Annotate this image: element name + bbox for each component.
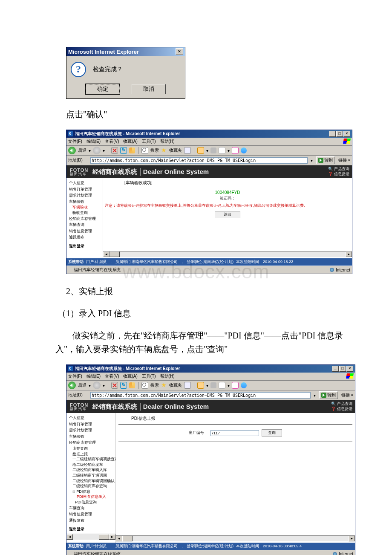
favorites-icon[interactable]: ★ xyxy=(161,147,167,153)
back-label[interactable]: 后退 xyxy=(78,382,86,388)
menu-view[interactable]: 查看(V) xyxy=(105,373,119,379)
scroll-left-icon[interactable]: ◄ xyxy=(116,536,122,541)
sidebar-item[interactable]: 二级经销商车辆调回 xyxy=(66,473,115,478)
sidebar-item[interactable]: 车辆查询 xyxy=(66,505,115,512)
sidebar-item[interactable]: 通报发布 xyxy=(66,517,115,524)
scroll-thumb[interactable] xyxy=(122,536,133,541)
menu-edit[interactable]: 编辑(E) xyxy=(86,139,101,145)
sidebar-item[interactable]: 二级经销商车辆入库 xyxy=(66,467,115,473)
link-product-query[interactable]: 产品查询 xyxy=(328,167,349,172)
address-dropdown-icon[interactable]: ▾ xyxy=(312,393,317,398)
home-icon[interactable] xyxy=(129,382,135,388)
sidebar-item[interactable]: 二级经销商库存查询 xyxy=(66,483,115,489)
home-icon[interactable] xyxy=(129,147,135,153)
sidebar-item[interactable]: 车辆查询 xyxy=(66,222,103,228)
close-icon[interactable]: × xyxy=(176,48,183,55)
scroll-left-icon[interactable]: ◄ xyxy=(66,534,73,540)
maximize-icon[interactable]: □ xyxy=(336,131,343,137)
minimize-icon[interactable]: _ xyxy=(329,131,336,137)
h-scrollbar[interactable]: ◄ ► xyxy=(103,251,352,257)
scroll-thumb[interactable] xyxy=(110,251,120,257)
mail-icon[interactable] xyxy=(197,382,204,389)
sidebar-item[interactable]: 销售订单管理 xyxy=(66,186,103,193)
search-icon[interactable] xyxy=(141,147,148,154)
link-feedback[interactable]: 信息反馈 xyxy=(328,172,349,177)
sidebar-item[interactable]: 盘点上报 xyxy=(66,451,115,457)
print-icon[interactable] xyxy=(210,147,216,153)
sidebar-item-pdi-entry[interactable]: PDI检查信息录入 xyxy=(66,494,115,500)
menu-help[interactable]: 帮助(H) xyxy=(160,373,175,379)
favorites-label[interactable]: 收藏夹 xyxy=(169,382,182,388)
sidebar-item[interactable]: 经销商库存管理 xyxy=(66,216,103,222)
address-input[interactable] xyxy=(90,392,311,399)
minimize-icon[interactable]: _ xyxy=(332,366,339,372)
research-icon[interactable] xyxy=(232,382,239,389)
sidebar-item[interactable]: 二级经销商车辆调回确认 xyxy=(66,478,115,484)
links-label[interactable]: 链接 » xyxy=(338,157,350,163)
address-dropdown-icon[interactable]: ▾ xyxy=(309,158,314,163)
sidebar-item[interactable]: 销售订单管理 xyxy=(66,421,115,428)
sidebar-item-active[interactable]: 车辆验收 xyxy=(66,205,103,210)
chassis-input[interactable] xyxy=(210,430,259,436)
search-label[interactable]: 搜索 xyxy=(150,382,159,388)
query-button[interactable]: 查询 xyxy=(262,429,282,436)
forward-icon[interactable] xyxy=(93,382,101,389)
sidebar-item-logout[interactable]: 退出登录 xyxy=(66,243,103,249)
print-icon[interactable] xyxy=(210,382,216,388)
maximize-icon[interactable]: □ xyxy=(339,366,346,372)
sidebar-item[interactable]: 个人信息 xyxy=(66,180,103,186)
sidebar-item-pdi-query[interactable]: PDI信息查询 xyxy=(66,500,115,505)
menu-edit[interactable]: 编辑(E) xyxy=(86,373,101,379)
cancel-button[interactable]: 取消 xyxy=(132,84,166,94)
scroll-left-icon[interactable]: ◄ xyxy=(103,251,110,257)
close-icon[interactable]: × xyxy=(343,131,350,137)
close-icon[interactable]: × xyxy=(346,366,353,372)
sidebar-item[interactable]: 需求计划管理 xyxy=(66,427,115,434)
sidebar-item[interactable]: 库存查询 xyxy=(66,446,115,451)
edit-icon[interactable] xyxy=(219,147,225,154)
sidebar-item-logout[interactable]: 退出登录 xyxy=(66,526,115,532)
ok-button[interactable]: 确定 xyxy=(86,84,120,94)
sidebar-item[interactable]: 个人信息 xyxy=(66,415,115,421)
menu-tools[interactable]: 工具(T) xyxy=(142,373,156,379)
scroll-thumb[interactable] xyxy=(99,534,109,540)
sidebar-item[interactable]: 销售信息管理 xyxy=(66,511,115,517)
history-icon[interactable] xyxy=(184,147,191,154)
sidebar-item[interactable]: 车辆验收 xyxy=(66,199,103,205)
back-label[interactable]: 后退 xyxy=(78,147,86,153)
forward-icon[interactable] xyxy=(93,147,101,154)
h-scrollbar[interactable]: ◄ ► xyxy=(116,535,355,541)
menu-tools[interactable]: 工具(T) xyxy=(142,139,156,145)
sidebar-item[interactable]: 经销商库存管理 xyxy=(66,439,115,446)
menu-fav[interactable]: 收藏(A) xyxy=(123,373,137,379)
messenger-icon[interactable] xyxy=(241,382,247,388)
menu-view[interactable]: 查看(V) xyxy=(105,139,119,145)
sidebar-item[interactable]: 一二级经销商车辆调拨查询 xyxy=(66,457,115,462)
link-feedback[interactable]: 信息反馈 xyxy=(331,407,352,412)
mail-icon[interactable] xyxy=(197,147,204,154)
refresh-icon[interactable]: ↻ xyxy=(120,382,127,389)
favorites-label[interactable]: 收藏夹 xyxy=(169,147,182,153)
sidebar-item[interactable]: 给二级经销商发车 xyxy=(66,462,115,468)
messenger-icon[interactable] xyxy=(241,147,247,153)
go-button[interactable]: 转到 xyxy=(316,156,335,164)
sidebar-item[interactable]: 车辆验收 xyxy=(66,434,115,440)
stop-icon[interactable] xyxy=(111,382,118,389)
sidebar-h-scrollbar[interactable]: ◄ ► xyxy=(66,534,115,540)
scroll-right-icon[interactable]: ► xyxy=(346,251,352,257)
sidebar-item[interactable]: 验收查询 xyxy=(66,210,103,216)
research-icon[interactable] xyxy=(232,147,239,154)
history-icon[interactable] xyxy=(184,382,191,389)
sidebar-item-pdi[interactable]: PDI信息 xyxy=(66,489,115,494)
address-input[interactable] xyxy=(90,157,308,164)
menu-help[interactable]: 帮助(H) xyxy=(160,139,175,145)
favorites-icon[interactable]: ★ xyxy=(161,382,167,388)
back-button[interactable]: 返回 xyxy=(215,211,240,218)
sidebar-item[interactable]: 需求计划管理 xyxy=(66,192,103,199)
refresh-icon[interactable]: ↻ xyxy=(120,147,127,154)
help-link[interactable]: 系统帮助 xyxy=(68,543,84,549)
menu-file[interactable]: 文件(F) xyxy=(68,373,82,379)
menu-fav[interactable]: 收藏(A) xyxy=(123,139,137,145)
search-label[interactable]: 搜索 xyxy=(150,147,159,153)
scroll-right-icon[interactable]: ► xyxy=(349,536,355,541)
